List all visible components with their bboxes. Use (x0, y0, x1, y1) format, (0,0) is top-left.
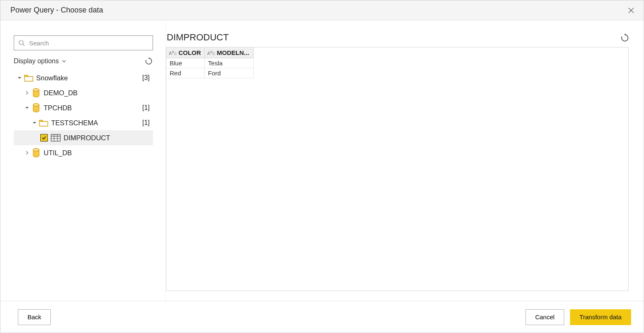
column-header-color[interactable]: ABC COLOR (166, 47, 205, 58)
chevron-down-icon (62, 59, 67, 64)
database-icon (31, 88, 41, 97)
database-icon (31, 148, 41, 157)
table-row[interactable]: Blue Tesla (166, 58, 254, 68)
display-options-toggle[interactable]: Display options (14, 57, 67, 65)
display-options-label: Display options (14, 57, 59, 65)
tree-item-snowflake[interactable]: Snowflake [3] (14, 70, 153, 85)
preview-box: ABC COLOR ABC MODELN... (166, 47, 629, 291)
cell: Tesla (205, 58, 254, 68)
preview-title: DIMPRODUCT (167, 32, 620, 43)
tree-label: UTIL_DB (44, 149, 150, 157)
window-title: Power Query - Choose data (10, 6, 625, 15)
checkbox-dimproduct[interactable] (40, 134, 48, 142)
folder-icon (24, 73, 34, 82)
tree-count: [1] (142, 119, 150, 127)
svg-point-2 (33, 89, 39, 91)
table-icon (50, 133, 61, 142)
column-name: MODELN... (217, 49, 249, 56)
refresh-icon (145, 57, 153, 65)
svg-point-4 (33, 104, 39, 106)
refresh-icon (620, 33, 629, 42)
tree-label: TPCHDB (44, 104, 142, 112)
tree-count: [3] (142, 74, 150, 82)
transform-data-button[interactable]: Transform data (570, 309, 631, 325)
expando-icon[interactable] (24, 104, 30, 111)
close-icon (628, 7, 634, 14)
tree-item-dimproduct[interactable]: DIMPRODUCT (14, 130, 153, 145)
database-icon (31, 103, 41, 112)
back-button[interactable]: Back (18, 309, 51, 325)
search-input[interactable] (28, 39, 148, 47)
cell: Red (166, 68, 205, 78)
titlebar: Power Query - Choose data (0, 0, 644, 20)
tree-item-testschema[interactable]: TESTSCHEMA [1] (14, 115, 153, 130)
folder-icon (39, 118, 49, 127)
column-header-modelname[interactable]: ABC MODELN... (205, 47, 254, 58)
search-icon (18, 40, 25, 46)
expando-icon[interactable] (24, 89, 30, 96)
svg-point-8 (33, 149, 39, 151)
main-panel: DIMPRODUCT ABC COLOR (166, 20, 644, 301)
cell: Ford (205, 68, 254, 78)
nav-tree: Snowflake [3] DEMO_DB (14, 70, 153, 160)
cell: Blue (166, 58, 205, 68)
tree-item-tpchdb[interactable]: TPCHDB [1] (14, 100, 153, 115)
column-name: COLOR (178, 49, 201, 56)
tree-count: [1] (142, 104, 150, 112)
tree-label: DIMPRODUCT (64, 134, 150, 142)
tree-label: DEMO_DB (44, 89, 150, 97)
tree-item-util-db[interactable]: UTIL_DB (14, 145, 153, 160)
cancel-button[interactable]: Cancel (526, 309, 564, 325)
data-preview-table: ABC COLOR ABC MODELN... (166, 47, 254, 78)
tree-label: TESTSCHEMA (51, 119, 142, 127)
svg-point-0 (19, 40, 23, 45)
tree-label: Snowflake (36, 74, 142, 82)
tree-item-demo-db[interactable]: DEMO_DB (14, 85, 153, 100)
close-button[interactable] (625, 5, 637, 16)
expando-icon[interactable] (24, 149, 30, 156)
preview-refresh-button[interactable] (620, 33, 629, 42)
text-type-icon: ABC (207, 50, 215, 56)
svg-rect-6 (51, 134, 60, 137)
table-row[interactable]: Red Ford (166, 68, 254, 78)
expando-icon[interactable] (16, 75, 23, 81)
sidebar: Display options Snowflake [3 (0, 20, 166, 301)
search-box[interactable] (14, 35, 153, 50)
expando-icon[interactable] (31, 119, 38, 126)
text-type-icon: ABC (169, 50, 177, 56)
footer: Back Cancel Transform data (0, 301, 644, 333)
refresh-button[interactable] (145, 57, 153, 65)
